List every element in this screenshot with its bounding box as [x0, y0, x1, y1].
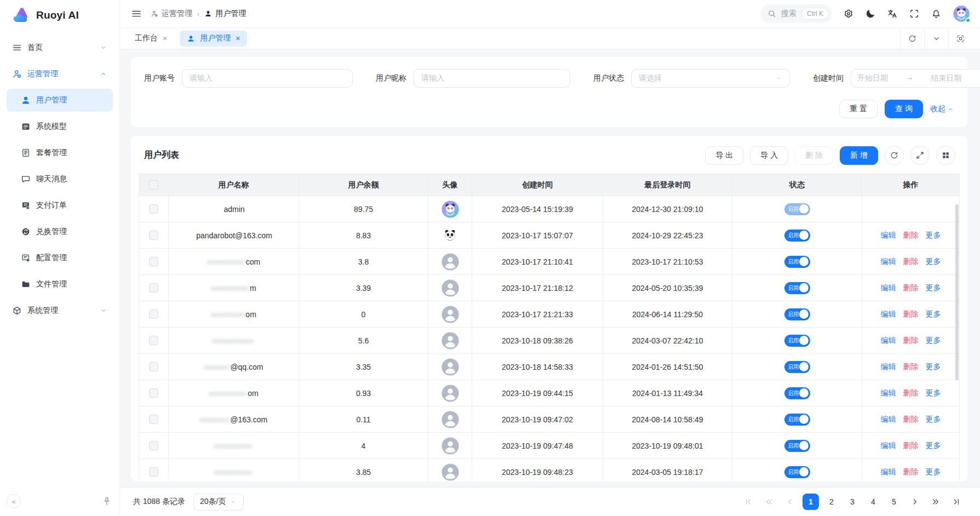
more-link[interactable]: 更多: [926, 441, 941, 451]
delete-link[interactable]: 删除: [903, 388, 919, 398]
status-select[interactable]: 请选择: [631, 69, 790, 88]
sidebar-subitem-6[interactable]: 配置管理: [7, 246, 113, 270]
breadcrumb-item-user-mgmt[interactable]: 用户管理: [204, 9, 246, 19]
more-link[interactable]: 更多: [926, 257, 941, 267]
import-button[interactable]: 导 入: [750, 146, 788, 165]
sidebar-subitem-1[interactable]: 系统模型: [7, 115, 113, 138]
reset-button[interactable]: 重 置: [839, 100, 878, 118]
sidebar-item-operations[interactable]: 运营管理: [7, 62, 113, 85]
fullscreen-icon[interactable]: [909, 8, 920, 19]
more-link[interactable]: 更多: [926, 231, 941, 240]
delete-link[interactable]: 删除: [903, 467, 919, 477]
collapse-filters-link[interactable]: 收起: [930, 104, 954, 114]
row-checkbox[interactable]: [149, 467, 158, 477]
row-checkbox[interactable]: [149, 257, 158, 266]
edit-link[interactable]: 编辑: [881, 257, 896, 267]
row-checkbox[interactable]: [149, 362, 158, 371]
theme-moon-icon[interactable]: [865, 8, 876, 19]
sidebar-subitem-4[interactable]: 支付订单: [7, 194, 113, 217]
status-toggle[interactable]: 启用: [784, 256, 810, 268]
row-checkbox[interactable]: [149, 388, 158, 398]
more-link[interactable]: 更多: [926, 388, 941, 398]
row-checkbox[interactable]: [149, 283, 158, 293]
row-checkbox[interactable]: [149, 231, 158, 240]
export-button[interactable]: 导 出: [705, 146, 743, 165]
edit-link[interactable]: 编辑: [881, 362, 896, 372]
first-page-button[interactable]: [740, 494, 757, 510]
next-group-button[interactable]: [927, 494, 944, 510]
page-button-5[interactable]: 5: [886, 494, 902, 510]
sidebar-subitem-7[interactable]: 文件管理: [7, 273, 113, 296]
more-link[interactable]: 更多: [926, 415, 941, 425]
row-checkbox[interactable]: [149, 336, 158, 345]
next-page-button[interactable]: [907, 494, 923, 510]
prev-group-button[interactable]: [761, 494, 777, 510]
user-avatar[interactable]: [953, 5, 970, 22]
sidebar-subitem-3[interactable]: 聊天消息: [7, 168, 113, 191]
search-button[interactable]: 查 询: [885, 100, 923, 118]
status-toggle[interactable]: 启用: [784, 361, 810, 373]
refresh-table-button[interactable]: [885, 146, 904, 165]
account-input[interactable]: 请输入: [182, 69, 353, 88]
last-page-button[interactable]: [948, 494, 965, 510]
sidebar-collapse-button[interactable]: «: [7, 494, 21, 508]
column-settings-button[interactable]: [936, 146, 955, 165]
date-range-picker[interactable]: 开始日期 结束日期: [851, 69, 980, 88]
edit-link[interactable]: 编辑: [881, 336, 896, 346]
more-link[interactable]: 更多: [926, 336, 941, 346]
close-icon[interactable]: ×: [236, 35, 240, 42]
tab-refresh-button[interactable]: [900, 28, 924, 49]
page-button-3[interactable]: 3: [844, 494, 861, 510]
more-link[interactable]: 更多: [926, 467, 941, 477]
language-translate-icon[interactable]: [887, 8, 898, 19]
status-toggle[interactable]: 启用: [784, 203, 810, 215]
sidebar-item-home[interactable]: 首页: [7, 36, 113, 59]
sidebar-subitem-0[interactable]: 用户管理: [7, 89, 113, 112]
delete-link[interactable]: 删除: [903, 415, 919, 425]
edit-link[interactable]: 编辑: [881, 309, 896, 319]
delete-link[interactable]: 删除: [903, 257, 919, 267]
sidebar-toggle-icon[interactable]: [131, 8, 142, 19]
status-toggle[interactable]: 启用: [784, 440, 810, 452]
status-toggle[interactable]: 启用: [784, 335, 810, 347]
more-link[interactable]: 更多: [926, 283, 941, 293]
table-scrollbar[interactable]: [955, 204, 959, 479]
edit-link[interactable]: 编辑: [881, 415, 896, 425]
delete-link[interactable]: 删除: [903, 441, 919, 451]
notifications-bell-icon[interactable]: [931, 8, 942, 19]
tab-menu-button[interactable]: [924, 28, 948, 49]
status-toggle[interactable]: 启用: [784, 282, 810, 294]
expand-table-button[interactable]: [910, 146, 930, 165]
more-link[interactable]: 更多: [926, 309, 941, 319]
row-checkbox[interactable]: [149, 441, 158, 450]
delete-link[interactable]: 删除: [903, 362, 919, 372]
sidebar-subitem-5[interactable]: 兑换管理: [7, 220, 113, 243]
delete-link[interactable]: 删除: [903, 231, 919, 240]
edit-link[interactable]: 编辑: [881, 231, 896, 240]
status-toggle[interactable]: 启用: [784, 308, 810, 320]
row-checkbox[interactable]: [149, 415, 158, 424]
sidebar-item-system[interactable]: 系统管理: [7, 299, 113, 322]
scrollbar-thumb[interactable]: [955, 204, 959, 380]
status-toggle[interactable]: 启用: [784, 414, 810, 426]
add-button[interactable]: 新 增: [840, 146, 878, 165]
delete-button[interactable]: 删 除: [795, 146, 833, 165]
content-fullscreen-button[interactable]: [948, 28, 972, 49]
delete-link[interactable]: 删除: [903, 283, 919, 293]
select-all-checkbox[interactable]: [149, 180, 158, 190]
status-toggle[interactable]: 启用: [784, 387, 810, 399]
row-checkbox[interactable]: [149, 309, 158, 319]
edit-link[interactable]: 编辑: [881, 283, 896, 293]
breadcrumb-item-operations[interactable]: 运营管理: [151, 9, 192, 19]
nickname-input[interactable]: 请输入: [414, 69, 570, 88]
tab-workbench[interactable]: 工作台 ×: [128, 31, 174, 47]
edit-link[interactable]: 编辑: [881, 467, 896, 477]
prev-page-button[interactable]: [782, 494, 798, 510]
settings-gear-icon[interactable]: [843, 8, 854, 19]
page-size-select[interactable]: 20条/页: [193, 494, 244, 511]
status-toggle[interactable]: 启用: [784, 466, 810, 478]
pin-icon[interactable]: [102, 496, 112, 506]
tab-user-mgmt[interactable]: 用户管理 ×: [180, 31, 247, 47]
delete-link[interactable]: 删除: [903, 309, 919, 319]
row-checkbox[interactable]: [149, 204, 158, 214]
